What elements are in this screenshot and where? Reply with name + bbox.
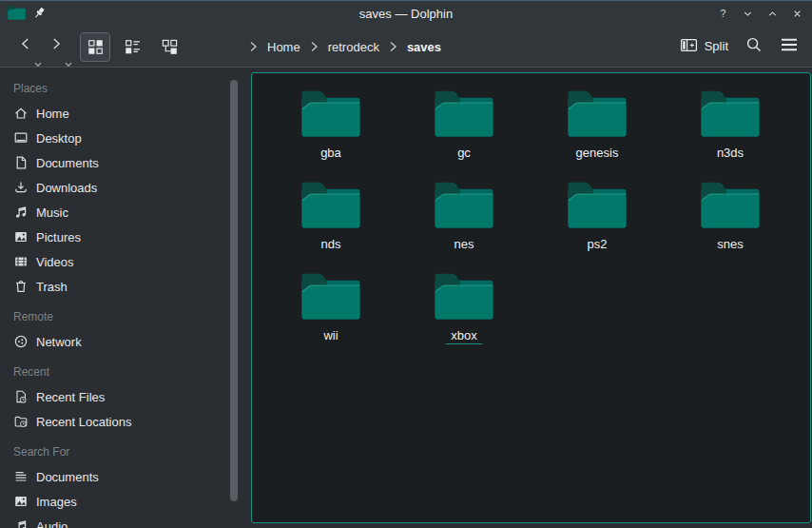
home-icon <box>13 106 29 121</box>
folder-label: genesis <box>571 146 624 162</box>
sidebar-item-images[interactable]: Images <box>0 489 226 514</box>
folder-item-wii[interactable]: wii <box>264 272 397 363</box>
sidebar-item-home[interactable]: Home <box>0 101 226 126</box>
folder-label: gba <box>316 146 346 162</box>
sidebar-item-network[interactable]: Network <box>0 329 226 354</box>
music-icon <box>13 205 29 220</box>
titlebar[interactable]: saves — Dolphin ? <box>0 0 812 27</box>
sidebar-item-label: Desktop <box>36 131 82 146</box>
folder-icon <box>300 89 361 139</box>
recent-folder-icon <box>13 414 29 429</box>
sidebar-item-pictures[interactable]: Pictures <box>0 225 226 249</box>
sidebar-item-label: Videos <box>36 255 74 269</box>
sidebar-item-recent-files[interactable]: Recent Files <box>0 384 226 409</box>
sidebar-item-videos[interactable]: Videos <box>0 249 226 274</box>
window-body: Places Home Desktop Documents Downloads … <box>0 68 812 528</box>
folder-item-nes[interactable]: nes <box>397 181 531 272</box>
sidebar-section: Search For Documents Images Audio <box>0 440 226 528</box>
dolphin-window: saves — Dolphin ? Homeretrodecksaves Spl… <box>0 0 812 528</box>
breadcrumb-item-saves[interactable]: saves <box>401 40 441 54</box>
folder-item-nds[interactable]: nds <box>264 181 397 272</box>
view-mode-compact-view[interactable] <box>117 32 147 62</box>
sidebar-section-header: Search For <box>0 440 226 464</box>
folder-view[interactable]: gba gc genesis n3ds nds nes ps2 snes wii… <box>251 72 811 523</box>
folder-icon <box>434 89 494 139</box>
split-label: Split <box>705 39 728 53</box>
toolbar: Homeretrodecksaves Split <box>0 27 812 68</box>
image-icon <box>13 229 29 244</box>
folder-icon <box>567 89 628 139</box>
svg-text:?: ? <box>720 8 725 19</box>
sidebar-section: Places Home Desktop Documents Downloads … <box>0 76 226 299</box>
folder-icon <box>700 89 761 139</box>
folder-item-xbox[interactable]: xbox <box>397 272 531 363</box>
folder-item-gba[interactable]: gba <box>264 89 397 181</box>
desktop-icon <box>13 130 29 146</box>
search-icon <box>744 35 764 58</box>
back-history-caret-icon[interactable] <box>34 54 42 60</box>
sidebar-item-label: Music <box>36 205 68 220</box>
window-title: saves — Dolphin <box>0 0 812 27</box>
places-panel: Places Home Desktop Documents Downloads … <box>0 68 226 528</box>
back-button[interactable] <box>13 33 38 58</box>
breadcrumb-item-retrodeck[interactable]: retrodeck <box>322 40 385 54</box>
network-icon <box>13 334 29 349</box>
sidebar-item-music[interactable]: Music <box>0 200 226 225</box>
menu-button[interactable] <box>777 34 801 58</box>
folder-label: snes <box>712 237 747 253</box>
sidebar-item-documents[interactable]: Documents <box>0 150 226 175</box>
sidebar-item-label: Pictures <box>36 230 81 244</box>
sidebar-item-label: Network <box>36 335 82 349</box>
split-button[interactable]: Split <box>676 32 732 60</box>
sidebar-section: Recent Recent Files Recent Locations <box>0 360 226 434</box>
help-button[interactable]: ? <box>713 4 732 23</box>
sidebar-item-desktop[interactable]: Desktop <box>0 126 226 150</box>
sidebar-item-label: Downloads <box>36 181 97 195</box>
sidebar-item-label: Audio <box>36 519 68 528</box>
breadcrumb-item-home[interactable]: Home <box>261 40 306 54</box>
folder-label: n3ds <box>712 146 748 162</box>
forward-button[interactable] <box>44 33 68 58</box>
video-icon <box>13 254 29 269</box>
trash-icon <box>13 279 29 294</box>
breadcrumb: Homeretrodecksaves <box>249 27 441 67</box>
minimize-button[interactable] <box>738 4 757 23</box>
sidebar-item-audio[interactable]: Audio <box>0 514 226 528</box>
sidebar-item-downloads[interactable]: Downloads <box>0 175 226 200</box>
document-icon <box>13 155 29 170</box>
window-controls: ? <box>713 0 806 27</box>
forward-history-caret-icon[interactable] <box>65 54 72 60</box>
search-button[interactable] <box>741 33 766 59</box>
sidebar-section-header: Places <box>0 76 226 101</box>
folder-icon <box>567 181 628 230</box>
sidebar-item-label: Documents <box>36 156 99 170</box>
breadcrumb-separator-icon <box>389 41 397 52</box>
sidebar-item-trash[interactable]: Trash <box>0 274 226 299</box>
folder-item-n3ds[interactable]: n3ds <box>664 89 797 181</box>
folder-icon <box>434 272 494 322</box>
close-button[interactable] <box>787 4 806 23</box>
view-mode-tree-view[interactable] <box>154 32 184 62</box>
folder-icon <box>300 181 361 230</box>
sidebar-scrollbar[interactable] <box>228 80 240 515</box>
folder-item-ps2[interactable]: ps2 <box>531 181 664 272</box>
folder-item-genesis[interactable]: genesis <box>531 89 664 181</box>
folder-item-gc[interactable]: gc <box>397 89 531 181</box>
sidebar-scrollbar-thumb[interactable] <box>230 80 238 501</box>
image-icon <box>13 494 29 509</box>
music-icon <box>13 518 29 528</box>
sidebar-item-label: Trash <box>36 280 68 294</box>
folder-icon <box>300 272 361 322</box>
view-mode-icons-view[interactable] <box>80 32 110 62</box>
chevron-left-icon <box>17 35 34 56</box>
sidebar-item-recent-locations[interactable]: Recent Locations <box>0 409 226 434</box>
folder-label: nes <box>450 237 479 253</box>
folder-item-snes[interactable]: snes <box>664 181 797 272</box>
chevron-right-icon <box>48 35 65 56</box>
maximize-button[interactable] <box>763 4 782 23</box>
sidebar-section-header: Recent <box>0 360 226 384</box>
sidebar-item-documents[interactable]: Documents <box>0 464 226 489</box>
folder-label: nds <box>317 237 346 253</box>
sidebar-section-header: Remote <box>0 304 226 329</box>
folder-label: wii <box>319 328 342 344</box>
